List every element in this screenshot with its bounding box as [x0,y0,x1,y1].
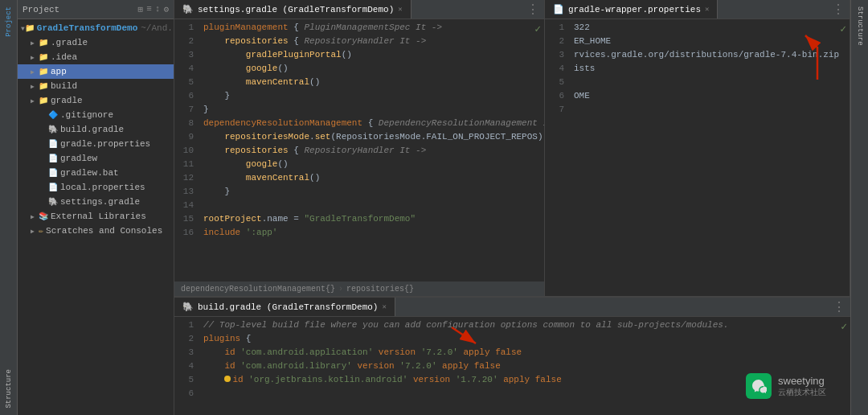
close-icon[interactable]: ✕ [398,5,402,14]
breadcrumb-item2[interactable]: repositories{} [346,285,414,294]
arrow-icon: ▶ [31,97,39,105]
tab-menu-dots-right[interactable]: ⋮ [827,2,850,18]
gradle-file-icon: 🐘 [48,197,58,207]
project-header-title: Project [23,5,59,14]
side-tabs-left: Project Structure [0,0,18,415]
tree-item-external-libraries[interactable]: ▶ 📚 External Libraries [18,209,174,224]
line-numbers: 12345678910111213141516 [174,19,199,281]
prop-file-icon: 📄 [48,183,58,192]
right-side-tabs: Structure [850,0,868,415]
tree-label: gradle.properties [60,139,150,149]
tree-item-gradlew[interactable]: ▶ 📄 gradlew [18,151,174,166]
tree-label: build.gradle [60,125,124,134]
watermark: sweetying 云栖技术社区 [746,373,826,399]
tree-item-gitignore[interactable]: ▶ 🔷 .gitignore [18,108,174,122]
tree-label: gradlew.bat [60,168,119,178]
breadcrumb-item1[interactable]: dependencyResolutionManagement{} [181,285,335,294]
tab-label: build.gradle (GradleTransformDemo) [198,302,378,312]
tab-label: gradle-wrapper.properties [568,5,701,14]
tree-label: local.properties [60,183,145,192]
tab-gradle-wrapper[interactable]: 📄 gradle-wrapper.properties ✕ [545,0,718,18]
tree-label: .gitignore [60,110,113,120]
tree-item-root[interactable]: ▼ 📁 GradleTransformDemo ~/And... [18,21,174,35]
git-file-icon: 🔷 [48,110,58,120]
arrow-icon: ▶ [31,213,39,220]
folder-icon: 📁 [39,67,48,76]
tree-item-local-properties[interactable]: ▶ 📄 local.properties [18,180,174,195]
tree-label: Scratches and Consoles [46,226,162,236]
code-content[interactable]: pluginManagement { PluginManagementSpec … [199,19,544,281]
check-mark-left: ✓ [534,23,541,35]
line-numbers-right: 1234567 [545,19,569,296]
folder-icon: 📚 [39,212,48,221]
tree-item-build[interactable]: ▶ 📁 build [18,79,174,93]
main-area: 🐘 settings.gradle (GradleTransformDemo) … [174,0,850,415]
gradle-tab-icon: 🐘 [182,4,194,14]
close-icon[interactable]: ✕ [382,302,386,311]
arrow-icon: ▶ [31,54,39,61]
tree-label: gradle [51,96,83,105]
prop-file-icon: 📄 [48,139,58,149]
tree-container: ▼ 📁 GradleTransformDemo ~/And... ▶ 📁 .gr… [18,19,174,415]
editors-top: 🐘 settings.gradle (GradleTransformDemo) … [174,0,850,296]
check-mark-bottom: ✓ [841,320,847,333]
tree-sublabel: ~/And... [141,23,174,33]
structure-tab-right[interactable]: Structure [854,0,866,52]
arrow-icon: ▶ [31,228,39,235]
project-panel-header: Project ⊞ ≡ ↕ ⚙ [18,0,174,19]
arrow-icon: ▶ [31,83,39,90]
tree-label: .idea [51,52,77,62]
project-tab[interactable]: Project [3,0,14,43]
right-editor-pane: 📄 gradle-wrapper.properties ✕ ⋮ 1234567 … [545,0,850,296]
tab-settings-gradle[interactable]: 🐘 settings.gradle (GradleTransformDemo) … [174,0,411,18]
tab-menu-dots[interactable]: ⋮ [522,2,544,18]
tree-item-gradle-folder[interactable]: ▶ 📁 gradle [18,93,174,108]
tab-bar-top-left: 🐘 settings.gradle (GradleTransformDemo) … [174,0,544,19]
tree-label: .gradle [51,38,88,47]
tree-item-build-gradle[interactable]: ▶ 🐘 build.gradle [18,122,174,137]
tree-label: External Libraries [51,212,146,221]
breadcrumb-bar-left: dependencyResolutionManagement{} › repos… [174,281,544,296]
tab-menu-dots-bottom[interactable]: ⋮ [828,299,850,315]
gradle-file-icon: 🐘 [48,125,58,134]
tree-item-scratches-consoles[interactable]: ▶ ✏️ Scratches and Consoles [18,224,174,238]
icon-layout[interactable]: ⊞ [138,4,144,14]
tree-label: gradlew [60,154,97,163]
gradle-bottom-tab-icon: 🐘 [182,302,194,312]
tree-item-dotidea[interactable]: ▶ 📁 .idea [18,50,174,64]
icon-expand[interactable]: ↕ [155,4,161,14]
tree-item-settings-gradle[interactable]: ▶ 🐘 settings.gradle [18,195,174,209]
breadcrumb-sep: › [338,285,343,294]
tab-build-gradle[interactable]: 🐘 build.gradle (GradleTransformDemo) ✕ [174,298,395,316]
icon-sort[interactable]: ≡ [146,4,152,14]
project-panel: Project ⊞ ≡ ↕ ⚙ ▼ 📁 GradleTransformDemo … [18,0,174,415]
prop-tab-icon: 📄 [553,4,564,14]
structure-tab[interactable]: Structure [3,363,14,415]
tree-label: app [51,67,67,76]
arrow-icon: ▶ [31,39,39,47]
code-area-bottom: 123456 // Top-level build file where you… [174,317,850,415]
line-numbers-bottom: 123456 [174,317,199,415]
code-area-wrapper: 1234567 322 ER_HOME rvices.gradle.org/di… [545,19,850,296]
tree-item-app[interactable]: ▶ 📁 app [18,64,174,79]
arrow-annotation [777,27,825,88]
close-icon[interactable]: ✕ [705,5,709,14]
file-icon: 📄 [48,154,58,163]
left-editor-pane: 🐘 settings.gradle (GradleTransformDemo) … [174,0,545,296]
file-icon: 📄 [48,168,58,178]
tree-label: GradleTransformDemo [37,23,137,33]
bottom-arrow-annotation [448,323,496,355]
tree-item-dotgradle[interactable]: ▶ 📁 .gradle [18,35,174,50]
icon-settings[interactable]: ⚙ [163,4,169,14]
folder-icon: 📁 [39,52,48,62]
tree-item-gradlew-bat[interactable]: ▶ 📄 gradlew.bat [18,166,174,180]
tree-item-gradle-properties[interactable]: ▶ 📄 gradle.properties [18,137,174,151]
tab-bar-top-right: 📄 gradle-wrapper.properties ✕ ⋮ [545,0,850,19]
watermark-name: sweetying [778,375,826,387]
code-content-bottom[interactable]: // Top-level build file where you can ad… [199,317,850,415]
watermark-icon [746,373,772,399]
watermark-text-group: sweetying 云栖技术社区 [778,375,826,398]
tab-label: settings.gradle (GradleTransformDemo) [198,5,394,14]
folder-icon: 📁 [39,96,48,105]
watermark-subtext: 云栖技术社区 [778,387,826,398]
